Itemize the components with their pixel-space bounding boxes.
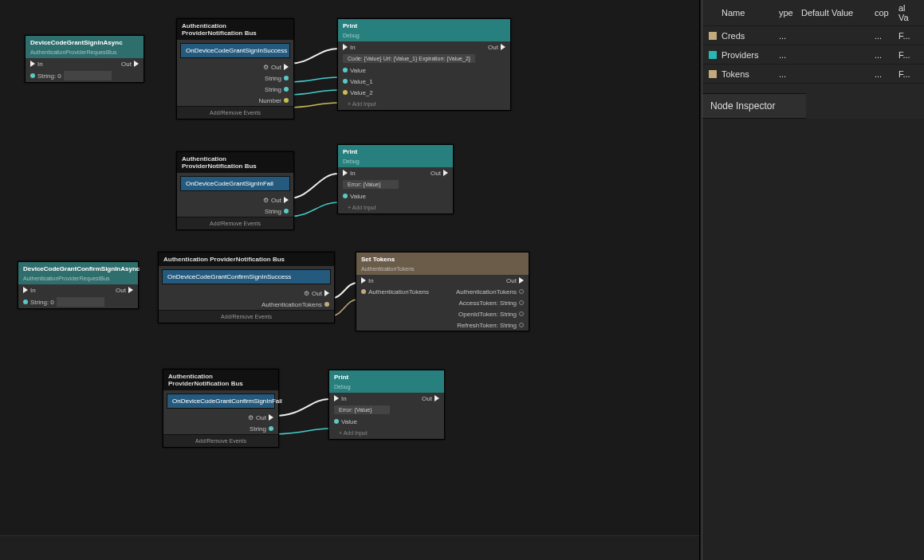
label: AuthenticationTokens (261, 301, 322, 308)
label: Out (271, 197, 281, 204)
node-set-tokens[interactable]: Set Tokens AuthenticationTokens In Out A… (356, 252, 529, 331)
gear-icon[interactable]: ⚙ (263, 197, 269, 204)
node-auth-bus-confirm-success[interactable]: Authentication ProviderNotification Bus … (158, 252, 335, 323)
node-inspector-header[interactable]: Node Inspector (702, 93, 806, 119)
variable-row[interactable]: Providers......F... (702, 45, 924, 65)
gear-icon[interactable]: ⚙ (263, 64, 269, 71)
string-out-port[interactable] (284, 76, 289, 80)
exec-out-port[interactable] (128, 287, 133, 293)
var-name: Providers (720, 50, 779, 60)
add-input[interactable]: + Add Input (343, 203, 381, 212)
type-swatch (709, 70, 717, 78)
label: In (368, 277, 374, 284)
string-out-port[interactable] (519, 300, 524, 305)
col-name[interactable]: Name (720, 8, 779, 18)
node-graph-canvas[interactable]: DeviceCodeGrantSignInAsync Authenticatio… (0, 0, 700, 560)
label: Number (259, 97, 281, 104)
var-type: ... (779, 31, 801, 41)
node-title: Authentication ProviderNotification Bus (163, 370, 278, 390)
var-alv: F... (898, 50, 918, 60)
value-port[interactable] (343, 90, 348, 95)
node-auth-bus-confirm-fail[interactable]: Authentication ProviderNotification Bus … (163, 369, 279, 448)
text-field[interactable] (57, 297, 104, 307)
format-chip[interactable]: Error: {Value} (343, 180, 399, 189)
node-devicecodegrant-confirm[interactable]: DeviceCodeGrantConfirmSignInAsync Authen… (18, 261, 139, 309)
var-type: ... (779, 69, 801, 79)
exec-out-port[interactable] (501, 44, 505, 50)
add-remove-events[interactable]: Add/Remove Events (159, 310, 334, 323)
value-port[interactable] (334, 419, 339, 424)
col-default[interactable]: Default Value (801, 8, 875, 18)
string-out-port[interactable] (519, 311, 524, 316)
string-out-port[interactable] (519, 323, 524, 327)
value-port[interactable] (343, 79, 348, 84)
event-header: OnDeviceCodeGrantConfirmSignInSuccess (162, 269, 331, 284)
node-print-2[interactable]: Print Debug In Out Error: {Value} Value … (337, 144, 454, 214)
exec-in-port[interactable] (30, 61, 35, 67)
label: Value_2 (350, 89, 373, 96)
label: String (250, 425, 266, 433)
var-alv: F... (898, 69, 918, 79)
add-input[interactable]: + Add Input (334, 429, 372, 437)
exec-out-port[interactable] (443, 170, 448, 176)
col-alv[interactable]: al Va (898, 3, 918, 22)
string-out-port[interactable] (284, 87, 289, 92)
gear-icon[interactable]: ⚙ (248, 414, 254, 421)
exec-in-port[interactable] (23, 287, 28, 293)
var-cop: ... (875, 31, 898, 41)
format-chip[interactable]: Error: {Value} (334, 405, 390, 414)
exec-out-port[interactable] (519, 277, 524, 284)
exec-in-port[interactable] (361, 277, 366, 284)
label: String: 0 (30, 299, 54, 306)
string-out-port[interactable] (269, 426, 273, 431)
label: AuthenticationTokens (368, 288, 429, 296)
label: Out (312, 290, 322, 297)
node-title: DeviceCodeGrantConfirmSignInAsync (18, 262, 138, 276)
node-auth-bus-signin-fail[interactable]: Authentication ProviderNotification Bus … (176, 151, 294, 230)
exec-in-port[interactable] (334, 395, 339, 401)
node-subtitle: Debug (338, 33, 510, 41)
add-remove-events[interactable]: Add/Remove Events (177, 217, 293, 229)
exec-out-port[interactable] (269, 414, 273, 421)
var-name: Tokens (720, 69, 779, 79)
var-type: ... (779, 50, 801, 60)
string-port[interactable] (30, 73, 35, 78)
add-input[interactable]: + Add Input (343, 100, 381, 108)
text-field[interactable] (64, 71, 112, 80)
label: String (265, 86, 281, 93)
string-out-port[interactable] (284, 209, 289, 213)
add-remove-events[interactable]: Add/Remove Events (177, 106, 293, 119)
tokens-out-port[interactable] (519, 289, 524, 294)
node-print-3[interactable]: Print Debug In Out Error: {Value} Value … (328, 370, 445, 440)
exec-in-port[interactable] (343, 44, 348, 50)
node-print-1[interactable]: Print Debug In Out Code: {Value} Url: {V… (337, 18, 511, 111)
exec-out-port[interactable] (284, 64, 289, 70)
sidebar: Name ype Default Value cop al Va Creds..… (702, 0, 924, 560)
value-port[interactable] (343, 194, 348, 198)
label: OpenIdToken: String (458, 311, 517, 318)
exec-in-port[interactable] (343, 170, 348, 176)
variable-row[interactable]: Creds......F... (702, 26, 924, 45)
label: Out (256, 414, 266, 421)
node-devicecodegrant-signin[interactable]: DeviceCodeGrantSignInAsync Authenticatio… (25, 35, 144, 83)
label: String (265, 75, 281, 82)
format-chip[interactable]: Code: {Value} Url: {Value_1} Expiration:… (343, 54, 475, 63)
col-cop[interactable]: cop (875, 8, 898, 18)
tokens-in-port[interactable] (361, 289, 366, 294)
gear-icon[interactable]: ⚙ (304, 290, 309, 297)
exec-out-port[interactable] (324, 290, 329, 296)
variable-row[interactable]: Tokens......F... (702, 65, 924, 84)
label: String (265, 208, 281, 215)
node-auth-bus-signin-success[interactable]: Authentication ProviderNotification Bus … (176, 18, 294, 119)
string-port[interactable] (23, 300, 28, 304)
label: Out (488, 44, 498, 51)
number-out-port[interactable] (284, 98, 289, 103)
exec-out-port[interactable] (134, 61, 139, 67)
col-type[interactable]: ype (779, 8, 801, 18)
exec-out-port[interactable] (284, 197, 289, 203)
tokens-out-port[interactable] (324, 302, 329, 307)
node-subtitle: Debug (329, 384, 444, 393)
value-port[interactable] (343, 68, 348, 72)
exec-out-port[interactable] (434, 395, 439, 401)
add-remove-events[interactable]: Add/Remove Events (163, 434, 278, 447)
